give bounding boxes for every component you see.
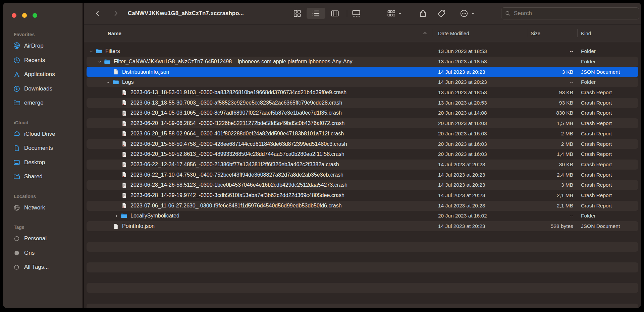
file-row[interactable]: 2023-06-22_17-10-04.7530_-0400-752bcef43… — [84, 170, 641, 180]
column-divider[interactable] — [527, 29, 527, 37]
file-row[interactable]: 2023-06-28_14-26-58.5123_-0300-1bce0b453… — [84, 180, 641, 190]
sidebar-item-personal[interactable]: Personal — [3, 232, 83, 246]
desktop-icon — [13, 159, 20, 166]
file-row[interactable]: 2023-06-20_15-58-02.9664_-0300-401f80228… — [84, 129, 641, 139]
disclosure-closed-icon[interactable] — [114, 211, 119, 221]
zoom-window-button[interactable] — [33, 13, 37, 18]
sidebar-item-airdrop[interactable]: AirDrop — [3, 39, 83, 53]
sidebar-item-shared[interactable]: Shared — [3, 170, 83, 184]
empty-row — [84, 242, 641, 252]
sidebar-item-emerge[interactable]: emerge — [3, 96, 83, 110]
file-row[interactable]: Logs14 Jun 2023 at 20:23--Folder — [84, 77, 641, 87]
file-row[interactable]: 2023-06-13_18-53-01.9103_-0300-ba8328268… — [84, 87, 641, 98]
file-size: 528 bytes — [527, 221, 573, 232]
column-header-name[interactable]: Name — [108, 30, 121, 36]
sidebar-section-header: Locations — [3, 191, 83, 201]
file-date-modified: 14 Jul 2023 at 20:23 — [438, 160, 485, 170]
sidebar-section-locations: LocationsNetwork — [3, 191, 83, 215]
file-row[interactable]: 2023-06-22_12-34-17.4856_-0300-21386bf77… — [84, 160, 641, 170]
window-controls — [12, 13, 37, 18]
forward-button[interactable] — [112, 10, 119, 17]
sidebar-item-network[interactable]: Network — [3, 201, 83, 215]
file-row[interactable]: 2023-06-20_14-05-03.1065_-0300-8c97adf68… — [84, 108, 641, 118]
empty-row — [84, 262, 641, 272]
sidebar-section-icloud: iCloudiCloud DriveDocumentsDesktopShared — [3, 118, 83, 184]
file-row[interactable]: LocallySymbolicated20 Jun 2023 at 16:02-… — [84, 211, 641, 221]
list-view-button[interactable] — [311, 9, 320, 18]
icon-view-button[interactable] — [293, 9, 302, 18]
file-name: 2023-06-20_14-05-03.1065_-0300-8c97adf68… — [130, 108, 342, 118]
file-date-modified: 14 Jul 2023 at 20:23 — [438, 200, 485, 211]
column-divider[interactable] — [577, 29, 578, 37]
sidebar-item-label: emerge — [24, 100, 44, 106]
minimize-window-button[interactable] — [22, 13, 27, 18]
file-size: 3 KB — [527, 67, 573, 77]
crash-doc-icon — [120, 149, 128, 160]
file-size: 2,1 MB — [527, 190, 573, 201]
search-input[interactable] — [513, 10, 636, 17]
file-row[interactable]: 2023-06-20_15-59-52.8613_-0300-489933268… — [84, 149, 641, 160]
sidebar-item-all-tags[interactable]: All Tags... — [3, 260, 83, 274]
file-size: 2,4 MB — [527, 170, 573, 180]
file-date-modified: 20 Jun 2023 at 14:08 — [438, 108, 487, 118]
sidebar-item-applications[interactable]: Applications — [3, 67, 83, 82]
more-actions-button[interactable] — [460, 9, 475, 18]
file-date-modified: 13 Jun 2023 at 18:53 — [438, 87, 487, 98]
share-button[interactable] — [419, 9, 427, 18]
file-row[interactable]: Filters13 Jun 2023 at 18:53--Folder — [84, 46, 641, 57]
file-kind: Crash Report — [581, 98, 612, 108]
file-size: 1,5 MB — [527, 118, 573, 129]
close-window-button[interactable] — [12, 13, 16, 18]
crash-doc-icon — [120, 190, 128, 201]
cloud-icon — [13, 130, 20, 138]
file-name: 2023-06-20_15-59-52.8613_-0300-489933268… — [130, 149, 344, 160]
file-name: DistributionInfo.json — [122, 67, 169, 77]
sidebar-item-recents[interactable]: Recents — [3, 53, 83, 68]
disclosure-open-icon[interactable] — [105, 77, 111, 87]
group-by-button[interactable] — [387, 9, 402, 18]
sidebar-item-downloads[interactable]: Downloads — [3, 82, 83, 96]
sort-ascending-icon[interactable] — [423, 31, 427, 36]
share-icon — [419, 9, 427, 18]
back-button[interactable] — [94, 10, 101, 17]
file-row[interactable]: 2023-06-20_15-58-50.4758_-0300-428ee6871… — [84, 139, 641, 149]
file-date-modified: 20 Jun 2023 at 16:03 — [438, 139, 487, 149]
chevron-down-icon — [471, 11, 475, 16]
column-view-button[interactable] — [330, 9, 339, 18]
disclosure-open-icon[interactable] — [97, 57, 102, 67]
file-row[interactable]: 2023-06-28_14-29-19.9742_-0300-3cdb5610f… — [84, 190, 641, 201]
folder-icon — [95, 46, 103, 57]
sidebar-item-label: Downloads — [24, 85, 52, 92]
sidebar-section-header: Tags — [3, 222, 83, 232]
column-divider[interactable] — [433, 29, 433, 37]
file-row[interactable]: 2023-06-20_14-59-06.2854_-0300-f1226be52… — [84, 118, 641, 129]
column-header-date-modified[interactable]: Date Modified — [438, 30, 469, 36]
ellipsis-circle-icon — [460, 9, 469, 18]
sidebar-item-gris[interactable]: Gris — [3, 246, 83, 260]
sidebar-item-icloud-drive[interactable]: iCloud Drive — [3, 127, 83, 141]
column-header-size[interactable]: Size — [531, 30, 540, 36]
column-view-icon — [330, 9, 339, 18]
sidebar-item-desktop[interactable]: Desktop — [3, 155, 83, 170]
disclosure-open-icon[interactable] — [89, 46, 94, 57]
file-kind: Folder — [581, 77, 596, 87]
search-field[interactable] — [501, 7, 639, 19]
file-kind: JSON Document — [581, 67, 620, 77]
file-row[interactable]: DistributionInfo.json14 Jul 2023 at 20:2… — [84, 67, 641, 77]
file-name: 2023-06-20_15-58-02.9664_-0300-401f80228… — [130, 129, 344, 139]
list-view-icon — [311, 9, 320, 18]
tags-button[interactable] — [437, 9, 446, 18]
sidebar-item-label: iCloud Drive — [24, 131, 55, 137]
sidebar-item-label: Desktop — [24, 159, 45, 166]
file-row[interactable]: PointInfo.json14 Jul 2023 at 20:23528 by… — [84, 221, 641, 232]
file-kind: Crash Report — [581, 149, 612, 160]
sidebar-item-documents[interactable]: Documents — [3, 141, 83, 155]
file-row[interactable]: 2023-07-06_11-06-27.2630_-0300-f9fe6c848… — [84, 200, 641, 211]
column-header-kind[interactable]: Kind — [581, 30, 591, 36]
file-date-modified: 13 Jun 2023 at 18:53 — [438, 57, 487, 67]
file-row[interactable]: Filter_CaNWVJKKwu1G8_aNzCzTn7-645012498.… — [84, 57, 641, 67]
gallery-view-button[interactable] — [352, 9, 361, 18]
file-row[interactable]: 2023-06-13_18-55-30.7003_-0300-af58523e9… — [84, 98, 641, 108]
row-stripe — [87, 242, 638, 252]
document-outline-icon — [13, 144, 20, 152]
